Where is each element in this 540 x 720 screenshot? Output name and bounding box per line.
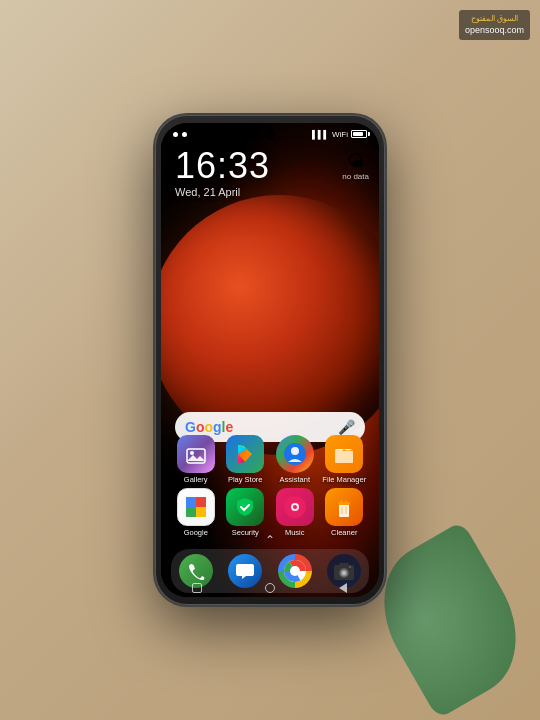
assistant-label: Assistant [280, 475, 310, 484]
status-dot [173, 132, 178, 137]
svg-point-28 [349, 566, 351, 568]
cleaner-label: Cleaner [331, 528, 357, 537]
cleaner-icon [325, 488, 363, 526]
app-filemanager[interactable]: File Manager [322, 435, 366, 484]
app-security[interactable]: Security [223, 488, 267, 537]
google-app-icon [177, 488, 215, 526]
watermark: السوق المفتوح opensooq.com [459, 10, 530, 40]
filemanager-icon [325, 435, 363, 473]
battery-icon [351, 130, 367, 138]
svg-rect-11 [196, 497, 206, 507]
app-music[interactable]: Music [273, 488, 317, 537]
svg-point-16 [293, 505, 297, 509]
phone-shell: ▌▌▌ WiFi 16:33 Wed, 21 April 🌤 no data G… [155, 115, 385, 605]
gallery-label: Gallery [184, 475, 208, 484]
clock-date: Wed, 21 April [175, 186, 270, 198]
svg-point-27 [342, 571, 346, 575]
nav-recents[interactable] [189, 583, 205, 593]
filemanager-label: File Manager [322, 475, 366, 484]
signal-icon: ▌▌▌ [312, 130, 329, 139]
weather-text: no data [342, 172, 369, 181]
front-camera [265, 129, 275, 139]
app-google[interactable]: Google [174, 488, 218, 537]
wifi-icon: WiFi [332, 130, 348, 139]
playstore-label: Play Store [228, 475, 263, 484]
app-assistant[interactable]: Assistant [273, 435, 317, 484]
svg-rect-10 [186, 497, 196, 507]
app-row-2: Google Security [171, 488, 369, 537]
app-gallery[interactable]: Gallery [174, 435, 218, 484]
nav-back[interactable] [335, 583, 351, 593]
weather-widget: 🌤 no data [342, 151, 369, 181]
gallery-icon [177, 435, 215, 473]
security-icon [226, 488, 264, 526]
back-icon [339, 583, 347, 593]
app-grid: Gallery [171, 435, 369, 537]
nav-home[interactable] [262, 583, 278, 593]
assistant-icon [276, 435, 314, 473]
svg-rect-9 [335, 451, 353, 463]
watermark-brand: السوق المفتوح [465, 13, 524, 24]
music-icon [276, 488, 314, 526]
svg-rect-18 [338, 502, 350, 505]
app-playstore[interactable]: Play Store [223, 435, 267, 484]
status-right: ▌▌▌ WiFi [312, 130, 367, 139]
security-label: Security [232, 528, 259, 537]
svg-rect-12 [186, 507, 196, 517]
clock-time: 16:33 [175, 148, 270, 184]
home-icon [265, 583, 275, 593]
google-logo: Google [185, 419, 233, 435]
clock-area: 16:33 Wed, 21 April [175, 148, 270, 198]
music-label: Music [285, 528, 305, 537]
svg-point-7 [291, 447, 299, 455]
voice-search-icon[interactable]: 🎤 [338, 419, 355, 435]
svg-point-24 [290, 566, 300, 576]
phone-screen: ▌▌▌ WiFi 16:33 Wed, 21 April 🌤 no data G… [161, 123, 379, 597]
google-label: Google [184, 528, 208, 537]
navigation-bar [161, 579, 379, 597]
svg-point-1 [190, 451, 194, 455]
status-left [173, 132, 187, 137]
status-dot2 [182, 132, 187, 137]
svg-rect-17 [339, 504, 349, 517]
recents-icon [192, 583, 202, 593]
svg-rect-13 [196, 507, 206, 517]
app-cleaner[interactable]: Cleaner [322, 488, 366, 537]
watermark-site: opensooq.com [465, 24, 524, 37]
playstore-icon [226, 435, 264, 473]
swipe-up-indicator: ⌃ [265, 533, 275, 547]
app-row-1: Gallery [171, 435, 369, 484]
weather-icon: 🌤 [342, 151, 369, 172]
